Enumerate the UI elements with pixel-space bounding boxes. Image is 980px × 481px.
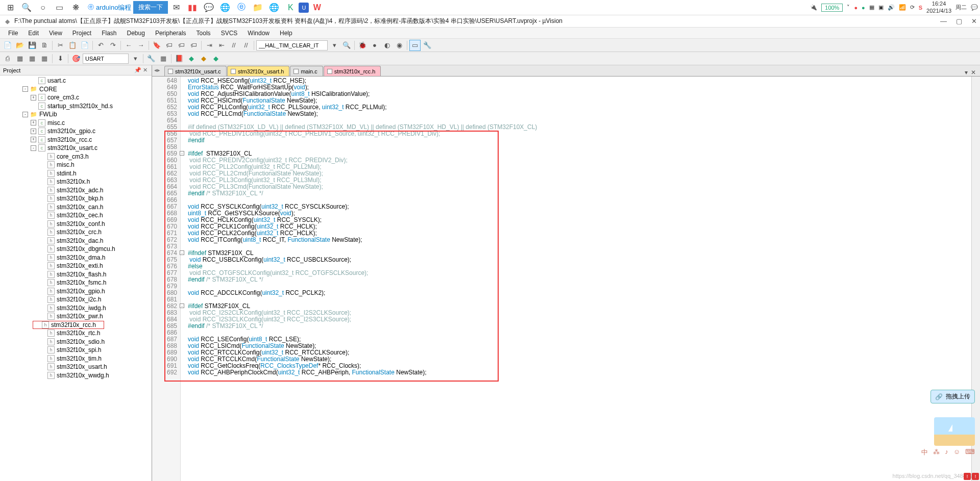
options-icon[interactable]: 🔧 <box>145 53 157 64</box>
nav-back-icon[interactable]: ← <box>123 40 134 51</box>
clock[interactable]: 16:24 2021/4/13 <box>926 1 951 14</box>
tree-item[interactable]: hmisc.h <box>0 161 152 169</box>
tree-item[interactable]: -📁FWLib <box>0 110 152 119</box>
find-input[interactable] <box>256 40 328 50</box>
tray-icon[interactable]: ● <box>862 5 865 11</box>
tree-item[interactable]: hstm32f10x_fsmc.h <box>0 279 152 287</box>
menu-tools[interactable]: Tools <box>191 30 216 37</box>
tree-item[interactable]: hstm32f10x_dac.h <box>0 237 152 245</box>
debug-icon[interactable]: 🐞 <box>357 40 368 51</box>
mail-icon[interactable]: ✉ <box>168 1 184 15</box>
download-icon[interactable]: ⬇ <box>55 53 66 64</box>
tree-item[interactable]: hstm32f10x_gpio.h <box>0 287 152 296</box>
bookmark-icon[interactable]: 🔖 <box>151 40 162 51</box>
maximize-button[interactable]: ▢ <box>956 17 962 25</box>
taskbar-search[interactable]: ⓔ arduino编程 搜索一下 <box>88 1 168 14</box>
copy-icon[interactable]: 📋 <box>67 40 78 51</box>
s-icon[interactable]: S <box>919 5 922 11</box>
tree-item[interactable]: hstm32f10x_wwdg.h <box>0 371 152 380</box>
tree-item[interactable]: hstm32f10x_sdio.h <box>0 338 152 346</box>
close-button[interactable]: ✕ <box>971 17 977 25</box>
wifi-icon[interactable]: 📶 <box>899 4 906 11</box>
menu-debug[interactable]: Debug <box>122 30 150 37</box>
bookmark-icon[interactable]: 🏷 <box>188 40 199 51</box>
search-icon[interactable]: 🔍 <box>18 1 35 15</box>
pack-icon[interactable]: ◆ <box>198 53 209 64</box>
cut-icon[interactable]: ✂ <box>55 40 66 51</box>
tree-item[interactable]: hstm32f10x_dma.h <box>0 254 152 262</box>
tree-item[interactable]: cusart.c <box>0 77 152 85</box>
breakpoint-icon[interactable]: ◐ <box>381 40 393 51</box>
panel-pin-icon[interactable]: 📌 <box>134 67 141 73</box>
find-next-icon[interactable]: 🔍 <box>341 40 352 51</box>
pack-icon[interactable]: ◆ <box>186 53 197 64</box>
code-content[interactable]: void RCC_HSEConfig(uint32_t RCC_HSE);Err… <box>181 77 971 481</box>
taskview-icon[interactable]: ▭ <box>51 1 67 15</box>
nav-fwd-icon[interactable]: → <box>135 40 146 51</box>
notification-icon[interactable]: 💬 <box>971 4 978 11</box>
tree-item[interactable]: -📁CORE <box>0 85 152 94</box>
tree-item[interactable]: hstm32f10x_dbgmcu.h <box>0 245 152 254</box>
keil-icon[interactable]: K <box>282 1 299 15</box>
outdent-icon[interactable]: ⇤ <box>216 40 227 51</box>
batch-icon[interactable]: ▦ <box>39 53 50 64</box>
tree-item[interactable]: hstm32f10x_cec.h <box>0 211 152 220</box>
tree-item[interactable]: hstm32f10x_rcc.h <box>33 321 104 330</box>
books-icon[interactable]: 📕 <box>174 53 185 64</box>
find-dropdown-icon[interactable]: ▾ <box>329 40 340 51</box>
window-icon[interactable]: ▭ <box>409 40 421 51</box>
tree-item[interactable]: +cstm32f10x_gpio.c <box>0 127 152 136</box>
wechat-icon[interactable]: 💬 <box>201 1 217 15</box>
chrome-icon[interactable]: 🌐 <box>217 1 233 15</box>
volume-icon[interactable]: 🔊 <box>888 4 895 11</box>
panel-close-icon[interactable]: ✕ <box>141 67 149 73</box>
wps-icon[interactable]: W <box>309 1 325 15</box>
breakpoint-icon[interactable]: ◉ <box>394 40 405 51</box>
tree-item[interactable]: hstm32f10x_rtc.h <box>0 329 152 338</box>
save-icon[interactable]: 💾 <box>27 40 38 51</box>
menu-edit[interactable]: Edit <box>23 30 44 37</box>
new-icon[interactable]: 📄 <box>2 40 13 51</box>
files-icon[interactable]: 📁 <box>250 1 266 15</box>
saveall-icon[interactable]: 🗎 <box>39 40 50 51</box>
search-go-button[interactable]: 搜索一下 <box>133 1 168 14</box>
tree-item[interactable]: cstartup_stm32f10x_hd.s <box>0 102 152 111</box>
menu-project[interactable]: Project <box>67 30 96 37</box>
menu-file[interactable]: File <box>3 30 23 37</box>
project-tree[interactable]: cusart.c-📁CORE+ccore_cm3.ccstartup_stm32… <box>0 75 152 481</box>
tree-item[interactable]: hstm32f10x_iwdg.h <box>0 304 152 313</box>
code-editor[interactable]: 648649650651652653654655656657658659-660… <box>152 77 980 481</box>
tree-item[interactable]: hstm32f10x_usart.h <box>0 363 152 371</box>
editor-tab[interactable]: stm32f10x_rcc.h <box>324 66 381 76</box>
menu-peripherals[interactable]: Peripherals <box>150 30 191 37</box>
target-select[interactable] <box>83 54 129 64</box>
tree-item[interactable]: -cstm32f10x_usart.c <box>0 144 152 153</box>
minimize-button[interactable]: — <box>940 17 947 25</box>
apps-icon[interactable]: ▮▮ <box>184 1 201 15</box>
menu-view[interactable]: View <box>44 30 67 37</box>
u-icon[interactable]: U <box>299 3 309 13</box>
tree-item[interactable]: hstm32f10x.h <box>0 178 152 186</box>
comment-icon[interactable]: // <box>228 40 239 51</box>
menu-flash[interactable]: Flash <box>96 30 121 37</box>
breakpoint-icon[interactable]: ● <box>369 40 380 51</box>
uncomment-icon[interactable]: // <box>240 40 252 51</box>
tree-item[interactable]: hstm32f10x_spi.h <box>0 346 152 355</box>
tray-icon[interactable]: ● <box>854 5 857 11</box>
battery-indicator[interactable]: 100% <box>821 4 843 12</box>
paste-icon[interactable]: 📄 <box>79 40 90 51</box>
tree-item[interactable]: hcore_cm3.h <box>0 153 152 161</box>
tree-item[interactable]: +cmisc.c <box>0 119 152 128</box>
translate-icon[interactable]: ⎙ <box>2 53 13 64</box>
app-icon[interactable]: ❋ <box>67 1 84 15</box>
tray-caret-icon[interactable]: ˅ <box>847 4 850 11</box>
tray-icon[interactable]: ▦ <box>869 4 874 11</box>
menu-svcs[interactable]: SVCS <box>216 30 243 37</box>
tree-item[interactable]: hstdint.h <box>0 169 152 178</box>
indent-icon[interactable]: ⇥ <box>204 40 215 51</box>
cortana-icon[interactable]: ○ <box>35 1 51 15</box>
tree-item[interactable]: hstm32f10x_bkp.h <box>0 194 152 203</box>
editor-tab[interactable]: stm32f10x_usart.c <box>164 66 227 76</box>
tree-item[interactable]: hstm32f10x_exti.h <box>0 262 152 270</box>
tab-close-icon[interactable]: ✕ <box>971 69 976 76</box>
